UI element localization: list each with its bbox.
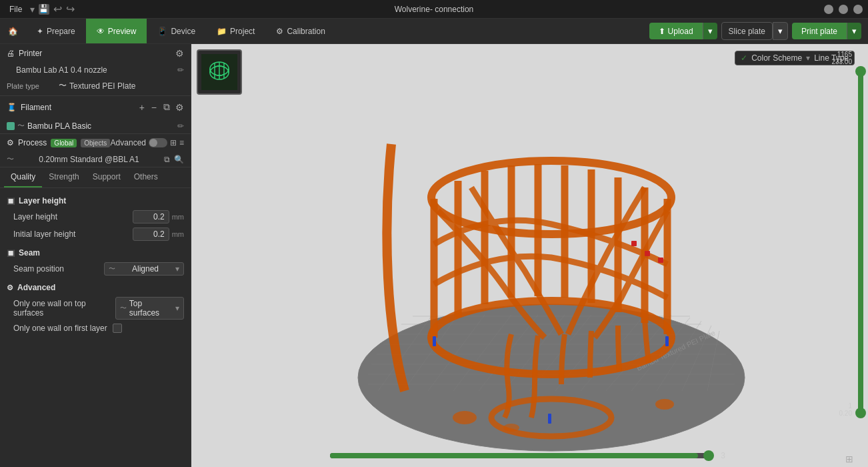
filament-tilde: 〜 [17,121,25,131]
nav-project[interactable]: 📁 Project [206,19,265,43]
seam-group-header[interactable]: 🔲 Seam [0,246,191,260]
one-wall-top-row: Only one wall on top surfaces 〜 Top surf… [0,295,191,322]
initial-layer-input-group: mm [133,227,184,241]
v-slider-thumb-top[interactable] [855,66,866,77]
seam-position-select[interactable]: 〜 Aligned ▾ [104,262,184,276]
printer-section: 🖨 Printer ⚙ Bambu Lab A1 0.4 nozzle ✏ Pl… [0,44,191,96]
initial-layer-height-row: Initial layer height mm [0,225,191,243]
seam-position-label: Seam position [13,264,64,274]
layer-height-input[interactable] [133,210,169,223]
window-title: Wolverine- connection [395,5,474,14]
svg-point-45 [453,411,477,424]
advanced-group-label: Advanced [17,283,55,292]
filament-add-button[interactable]: + [138,101,146,114]
nav-preview[interactable]: 👁 Preview [86,19,147,43]
filament-name-inner: 〜 Bambu PLA Basic [7,121,91,131]
upload-button[interactable]: ⬆ Upload [649,23,703,39]
initial-layer-input[interactable] [133,227,169,241]
layer-height-group-header[interactable]: 🔲 Layer height [0,193,191,208]
initial-layer-unit: mm [172,230,184,238]
seam-label: Seam [19,248,40,258]
h-slider-track[interactable] [330,453,711,458]
profile-icons: ⧉ 🔍 [164,155,184,164]
minimize-button[interactable] [824,5,833,14]
slice-group: Slice plate ▾ [721,22,788,40]
tag-objects[interactable]: Objects [81,139,110,147]
print-dropdown[interactable]: ▾ [847,23,861,39]
seam-value: Aligned [132,264,159,274]
svg-point-46 [655,399,674,410]
adv-tilde: 〜 [120,304,127,313]
redo-icon[interactable]: ↪ [66,3,75,15]
printer-settings-icon[interactable]: ⚙ [175,48,184,59]
filament-header: 🧵 Filament + − ⧉ ⚙ [0,96,191,118]
profile-name: 0.20mm Standard @BBL A1 [39,155,139,164]
slider-bottom-values: 1 0.20 [839,402,852,417]
tab-strength[interactable]: Strength [42,167,85,187]
maximize-button[interactable] [839,5,848,14]
printer-header-left: 🖨 Printer [7,49,42,58]
toggle-knob [149,139,157,147]
color-scheme-label: Color Scheme [751,53,802,63]
file-menu[interactable]: File [5,3,26,15]
upload-dropdown[interactable]: ▾ [703,23,717,39]
vertical-slider-container: 1165 233.00 1 0.20 [853,44,868,447]
svg-rect-50 [548,414,551,424]
tag-global[interactable]: Global [51,139,77,147]
filament-color-swatch [7,122,15,130]
one-wall-first-checkbox[interactable] [113,324,122,333]
process-list-icon[interactable]: ≡ [179,138,184,147]
process-label: Process [18,138,47,147]
plate-type-value: Textured PEI Plate [69,81,135,91]
advanced-group-header[interactable]: ⚙ Advanced [0,280,191,295]
advanced-row: Advanced ⊞ ≡ [111,138,184,147]
advanced-toggle[interactable] [149,138,167,147]
slice-dropdown[interactable]: ▾ [773,22,788,40]
process-grid-icon[interactable]: ⊞ [170,138,177,147]
slider-top-values: 1165 233.00 [831,51,852,65]
close-button[interactable] [853,5,863,14]
seam-position-row: Seam position 〜 Aligned ▾ [0,260,191,278]
print-button[interactable]: Print plate [792,23,847,39]
dropdown-arrow[interactable]: ▾ [30,4,35,15]
svg-rect-48 [433,336,436,346]
one-wall-top-select[interactable]: 〜 Top surfaces ▾ [115,297,184,320]
profile-search-icon[interactable]: 🔍 [174,155,184,164]
home-icon: 🏠 [8,27,18,36]
filament-edit-icon[interactable]: ✏ [177,121,184,131]
slice-button[interactable]: Slice plate [721,22,773,40]
printer-name-row: Bambu Lab A1 0.4 nozzle ✏ [0,63,191,77]
h-slider-thumb[interactable] [703,450,714,461]
title-bar: File ▾ 💾 ↩ ↪ Wolverine- connection [0,0,868,19]
layer-height-input-group: mm [133,210,184,223]
profile-tilde: 〜 [7,154,14,164]
filament-copy-icon[interactable]: ⧉ [162,100,171,114]
color-scheme-arrow: ▾ [806,53,810,63]
seam-expand-icon: 🔲 [7,250,15,257]
tab-quality[interactable]: Quality [4,167,42,187]
nav-device[interactable]: 📱 Device [147,19,206,43]
tab-others[interactable]: Others [127,167,165,187]
process-profile-row: 〜 0.20mm Standard @BBL A1 ⧉ 🔍 [0,151,191,167]
tab-support[interactable]: Support [86,167,127,187]
project-icon: 📁 [217,27,227,36]
v-slider-track[interactable] [858,67,863,417]
profile-copy-icon[interactable]: ⧉ [164,155,170,164]
nav-home[interactable]: 🏠 [0,19,26,43]
preview-area: ✓ Color Scheme ▾ Line Type [191,44,868,467]
save-icon[interactable]: 💾 [39,4,49,15]
layers-icon[interactable]: ⊞ [845,454,853,464]
filament-label: Filament [21,103,51,112]
printer-edit-icon[interactable]: ✏ [177,65,184,75]
filament-remove-button[interactable]: − [150,101,158,114]
v-slider-thumb-bottom[interactable] [855,408,866,418]
nav-calibration[interactable]: ⚙ Calibration [265,19,335,43]
process-section: ⚙ Process Global Objects Advanced ⊞ ≡ 〜 … [0,134,191,167]
thumbnail-panel[interactable] [197,49,242,95]
nav-prepare[interactable]: ✦ Prepare [26,19,86,43]
undo-icon[interactable]: ↩ [53,3,62,15]
toolbar-right: ⬆ Upload ▾ Slice plate ▾ Print plate ▾ [649,22,868,40]
process-icon: ⚙ [7,138,14,147]
filament-controls: + − ⧉ ⚙ [138,100,184,114]
filament-settings-icon[interactable]: ⚙ [175,102,184,113]
